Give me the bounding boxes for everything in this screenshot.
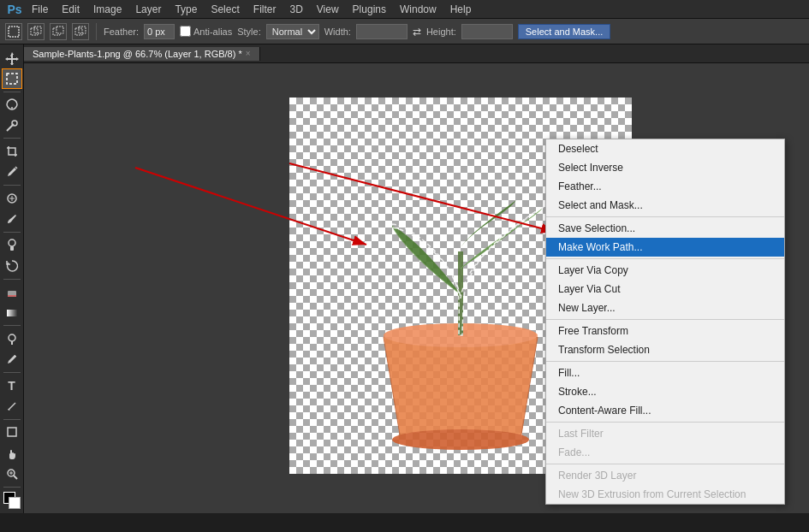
context-menu-item-select-inverse[interactable]: Select Inverse: [546, 158, 784, 177]
svg-point-9: [12, 121, 17, 126]
options-bar: Feather: Anti-alias Style: Normal Width:…: [0, 19, 809, 44]
toolbar-sep-3: [3, 185, 21, 186]
menu-select[interactable]: Select: [205, 2, 245, 17]
height-label: Height:: [426, 27, 456, 37]
tool-healing-brush[interactable]: [2, 188, 22, 208]
width-input[interactable]: [356, 24, 407, 39]
tool-eyedropper[interactable]: [2, 163, 22, 182]
background-color[interactable]: [9, 497, 21, 509]
tool-icon-intersect-selection[interactable]: [72, 23, 89, 40]
menu-file[interactable]: File: [26, 2, 54, 17]
toolbar-sep-8: [3, 419, 21, 420]
context-menu-item-deselect[interactable]: Deselect: [546, 139, 784, 158]
tool-move[interactable]: [2, 48, 22, 68]
tool-magic-wand[interactable]: [2, 115, 22, 135]
menu-image[interactable]: Image: [87, 2, 128, 17]
context-menu: DeselectSelect InverseFeather...Select a…: [545, 139, 785, 505]
document-tab[interactable]: Sample-Plants-1.png @ 66.7% (Layer 1, RG…: [24, 47, 260, 61]
context-menu-item-save-selection[interactable]: Save Selection...: [546, 219, 784, 238]
toolbar-sep-9: [3, 487, 21, 488]
canvas-area: Sample-Plants-1.png @ 66.7% (Layer 1, RG…: [24, 44, 809, 513]
context-menu-item-layer-via-cut[interactable]: Layer Via Cut: [546, 280, 784, 299]
menu-edit[interactable]: Edit: [56, 2, 86, 17]
menu-layer[interactable]: Layer: [129, 2, 167, 17]
tab-close-button[interactable]: ×: [246, 49, 251, 58]
tool-icon-subtract-selection[interactable]: [50, 23, 67, 40]
main-area: T Sample-Plants-1.png @ 66.7% (La: [0, 44, 809, 513]
tool-icon-add-selection[interactable]: [27, 23, 45, 40]
context-menu-item-new-layer[interactable]: New Layer...: [546, 299, 784, 317]
toolbar-sep-4: [3, 232, 21, 233]
context-menu-item-feather[interactable]: Feather...: [546, 177, 784, 196]
tab-filename: Sample-Plants-1.png @ 66.7% (Layer 1, RG…: [33, 49, 242, 59]
svg-point-17: [9, 334, 15, 341]
tool-zoom[interactable]: [2, 464, 22, 483]
context-menu-separator: [546, 216, 784, 217]
context-menu-separator: [546, 464, 784, 464]
context-menu-item-select-mask[interactable]: Select and Mask...: [546, 196, 784, 215]
tool-path-selection[interactable]: [2, 396, 22, 416]
color-swatches[interactable]: [2, 492, 22, 510]
toolbar-sep-2: [3, 138, 21, 139]
context-menu-separator: [546, 361, 784, 362]
select-and-mask-button[interactable]: Select and Mask...: [518, 24, 611, 39]
antialias-checkbox[interactable]: [180, 26, 191, 37]
feather-label: Feather:: [104, 27, 139, 37]
context-menu-item-fill[interactable]: Fill...: [546, 364, 784, 382]
svg-rect-4: [57, 27, 63, 33]
feather-input[interactable]: [144, 24, 175, 39]
tool-eraser[interactable]: [2, 281, 22, 301]
svg-rect-19: [8, 428, 16, 436]
svg-line-10: [15, 167, 17, 168]
context-menu-item-content-aware-fill[interactable]: Content-Aware Fill...: [546, 401, 784, 420]
app-logo: Ps: [5, 0, 24, 19]
tool-hand[interactable]: [2, 443, 22, 463]
left-toolbar: T: [0, 44, 24, 513]
width-label: Width:: [324, 27, 351, 37]
toolbar-sep-1: [3, 92, 21, 92]
context-menu-item-make-work-path[interactable]: Make Work Path...: [546, 238, 784, 257]
context-menu-separator: [546, 258, 784, 259]
menu-view[interactable]: View: [311, 2, 345, 17]
menu-plugins[interactable]: Plugins: [347, 2, 392, 17]
svg-rect-13: [10, 246, 14, 251]
svg-rect-16: [7, 310, 17, 316]
tool-dodge[interactable]: [2, 328, 22, 348]
toolbar-sep-5: [3, 279, 21, 280]
context-menu-item-fade: Fade...: [546, 443, 784, 462]
context-menu-item-free-transform[interactable]: Free Transform: [546, 322, 784, 340]
menu-3d[interactable]: 3D: [283, 2, 308, 17]
menu-help[interactable]: Help: [444, 2, 478, 17]
toolbar-sep-6: [3, 325, 21, 326]
toolbar-sep-7: [3, 372, 21, 373]
tool-history-brush[interactable]: [2, 256, 22, 275]
antialias-label: Anti-alias: [193, 27, 232, 37]
style-select[interactable]: Normal: [266, 24, 319, 39]
svg-rect-7: [7, 74, 17, 84]
tool-crop[interactable]: [2, 141, 22, 161]
menu-window[interactable]: Window: [394, 2, 443, 17]
context-menu-item-layer-via-copy[interactable]: Layer Via Copy: [546, 261, 784, 280]
tool-icon-new-selection[interactable]: [5, 23, 22, 40]
menu-type[interactable]: Type: [169, 2, 203, 17]
menu-filter[interactable]: Filter: [247, 2, 283, 17]
svg-rect-0: [9, 27, 19, 37]
swap-icon[interactable]: ⇄: [413, 26, 421, 38]
context-menu-item-transform-selection[interactable]: Transform Selection: [546, 340, 784, 359]
tool-gradient[interactable]: [2, 303, 22, 322]
height-input[interactable]: [461, 24, 513, 39]
tool-marquee[interactable]: [2, 68, 22, 88]
options-separator-1: [96, 23, 97, 40]
canvas-content[interactable]: DeselectSelect InverseFeather...Select a…: [24, 63, 809, 513]
menu-bar: Ps File Edit Image Layer Type Select Fil…: [0, 0, 809, 19]
style-label: Style:: [237, 27, 261, 37]
tool-lasso[interactable]: [2, 95, 22, 115]
tool-shape[interactable]: [2, 423, 22, 442]
tool-type[interactable]: T: [2, 375, 22, 395]
tool-brush[interactable]: [2, 209, 22, 228]
tool-pen[interactable]: [2, 350, 22, 369]
svg-point-25: [392, 429, 529, 450]
context-menu-item-stroke[interactable]: Stroke...: [546, 382, 784, 401]
context-menu-separator: [546, 319, 784, 320]
tool-clone-stamp[interactable]: [2, 235, 22, 255]
